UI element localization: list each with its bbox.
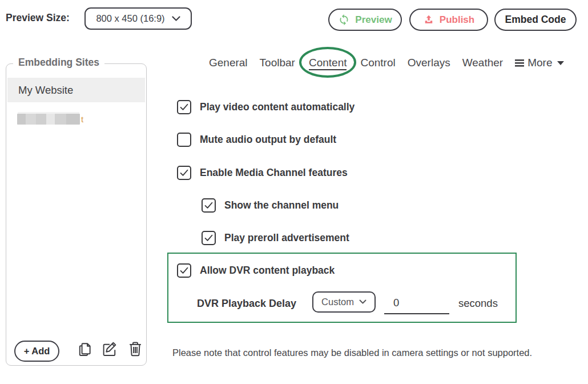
mute-checkbox[interactable] xyxy=(177,133,191,147)
setting-row-mute: Mute audio output by default xyxy=(177,133,336,147)
hamburger-icon xyxy=(515,59,524,67)
site-item-redacted[interactable]: t xyxy=(17,113,83,125)
chevron-down-icon xyxy=(172,16,180,22)
setting-row-autoplay: Play video content automatically xyxy=(177,100,355,114)
tab-content-label: Content xyxy=(309,57,347,70)
site-item-my-website[interactable]: My Website xyxy=(7,78,145,102)
control-features-note: Please note that control features may be… xyxy=(172,347,532,358)
tab-general[interactable]: General xyxy=(209,57,248,69)
channel-menu-checkbox[interactable] xyxy=(202,198,216,213)
tab-more[interactable]: More xyxy=(515,57,564,69)
autoplay-checkbox[interactable] xyxy=(177,100,191,114)
preview-size-dropdown[interactable]: 800 x 450 (16:9) xyxy=(84,7,192,30)
copy-site-button[interactable] xyxy=(77,340,94,358)
preview-button-label: Preview xyxy=(355,14,392,26)
delete-site-button[interactable] xyxy=(128,340,145,358)
dvr-checkbox[interactable] xyxy=(177,263,191,278)
publish-button[interactable]: Publish xyxy=(409,9,488,31)
setting-row-channel-menu: Show the channel menu xyxy=(202,198,339,213)
autoplay-label: Play video content automatically xyxy=(200,101,355,113)
redacted-site-suffix: t xyxy=(81,114,83,125)
preview-size-label: Preview Size: xyxy=(6,12,70,24)
redacted-site-name xyxy=(17,114,80,125)
edit-icon xyxy=(101,341,118,358)
copy-icon xyxy=(77,341,94,358)
dvr-delay-value-input[interactable] xyxy=(384,295,449,314)
preview-button[interactable]: Preview xyxy=(328,9,402,31)
tab-toolbar[interactable]: Toolbar xyxy=(260,57,295,69)
setting-row-dvr: Allow DVR content playback xyxy=(177,263,335,278)
media-channel-checkbox[interactable] xyxy=(177,166,191,180)
dvr-delay-mode-value: Custom xyxy=(321,297,354,307)
upload-icon xyxy=(423,14,434,26)
embed-code-button-label: Embed Code xyxy=(505,14,566,26)
setting-row-preroll: Play preroll advertisement xyxy=(202,231,349,245)
tab-content[interactable]: Content xyxy=(307,57,349,69)
dvr-label: Allow DVR content playback xyxy=(200,265,335,277)
trash-icon xyxy=(128,341,145,358)
preroll-label: Play preroll advertisement xyxy=(224,232,349,244)
media-channel-label: Enable Media Channel features xyxy=(200,167,348,179)
edit-site-button[interactable] xyxy=(101,340,118,358)
channel-menu-label: Show the channel menu xyxy=(224,199,339,211)
add-site-button[interactable]: + Add xyxy=(14,341,59,362)
embed-code-button[interactable]: Embed Code xyxy=(494,9,577,31)
caret-down-icon xyxy=(557,61,564,65)
publish-button-label: Publish xyxy=(440,14,474,26)
embed-settings-screen: Preview Size: 800 x 450 (16:9) Preview P… xyxy=(0,0,588,384)
tab-more-label: More xyxy=(527,57,552,69)
tab-control[interactable]: Control xyxy=(360,57,395,69)
preview-size-value: 800 x 450 (16:9) xyxy=(96,13,164,24)
site-item-label: My Website xyxy=(18,84,73,97)
dvr-delay-label: DVR Playback Delay xyxy=(197,298,296,310)
dvr-delay-mode-dropdown[interactable]: Custom xyxy=(312,291,376,313)
embedding-sites-panel: Embedding Sites My Website t + Add xyxy=(6,63,147,366)
embedding-sites-legend: Embedding Sites xyxy=(13,57,104,69)
settings-tab-bar: General Toolbar Content Control Overlays… xyxy=(209,57,564,69)
setting-row-media-channel: Enable Media Channel features xyxy=(177,166,348,180)
tab-overlays[interactable]: Overlays xyxy=(408,57,450,69)
refresh-icon xyxy=(338,14,350,26)
dvr-delay-unit: seconds xyxy=(458,297,498,310)
preroll-checkbox[interactable] xyxy=(202,231,216,245)
chevron-down-icon xyxy=(359,299,367,305)
tab-weather[interactable]: Weather xyxy=(462,57,503,69)
mute-label: Mute audio output by default xyxy=(200,134,336,146)
